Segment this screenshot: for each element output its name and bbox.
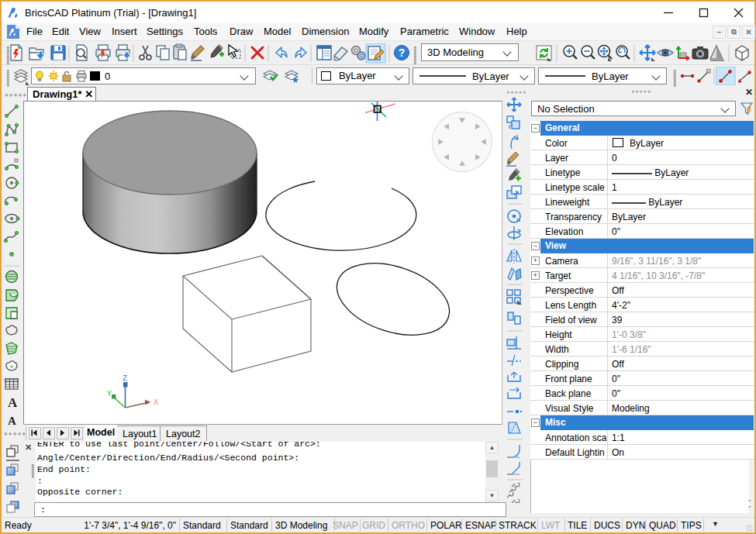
svg-text:A: A (8, 395, 18, 410)
svg-text:?: ? (399, 47, 406, 59)
svg-text:0: 0 (105, 71, 110, 82)
svg-text:X: X (154, 398, 158, 407)
svg-text:Y: Y (107, 390, 112, 398)
svg-text:Z: Z (123, 374, 127, 383)
